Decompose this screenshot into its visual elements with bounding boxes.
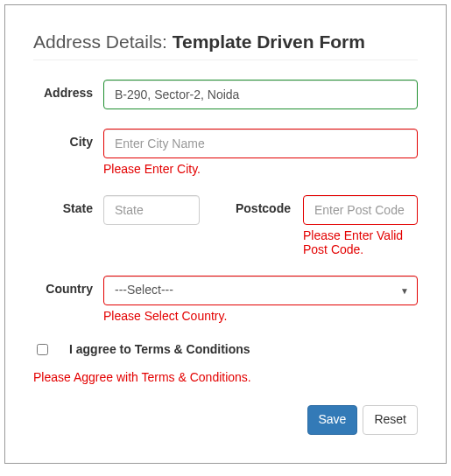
label-address: Address bbox=[33, 80, 103, 100]
form-panel: Address Details: Template Driven Form Ad… bbox=[4, 4, 447, 464]
label-terms: I aggree to Terms & Conditions bbox=[69, 342, 250, 356]
city-input[interactable] bbox=[103, 129, 418, 158]
title-bold: Template Driven Form bbox=[173, 32, 365, 52]
label-postcode: Postcode bbox=[200, 195, 303, 215]
row-terms: I aggree to Terms & Conditions bbox=[33, 342, 418, 356]
row-address: Address bbox=[33, 80, 418, 109]
terms-checkbox[interactable] bbox=[37, 344, 48, 355]
postcode-input[interactable] bbox=[303, 195, 418, 225]
label-state: State bbox=[33, 195, 103, 215]
error-terms: Please Aggree with Terms & Conditions. bbox=[33, 370, 418, 384]
row-state-postcode: State Postcode Please Enter Valid Post C… bbox=[33, 195, 418, 256]
country-select[interactable]: ---Select--- bbox=[103, 276, 418, 305]
page-title: Address Details: Template Driven Form bbox=[33, 32, 418, 52]
address-input[interactable] bbox=[103, 80, 418, 109]
state-input[interactable] bbox=[103, 195, 200, 225]
error-country: Please Select Country. bbox=[103, 309, 418, 323]
label-country: Country bbox=[33, 276, 103, 296]
error-postcode: Please Enter Valid Post Code. bbox=[303, 228, 418, 256]
button-row: Save Reset bbox=[33, 405, 418, 435]
row-city: City Please Enter City. bbox=[33, 129, 418, 176]
title-prefix: Address Details: bbox=[33, 32, 173, 52]
error-city: Please Enter City. bbox=[103, 162, 418, 176]
divider bbox=[33, 60, 418, 60]
reset-button[interactable]: Reset bbox=[363, 405, 418, 435]
row-country: Country ---Select--- ▼ Please Select Cou… bbox=[33, 276, 418, 323]
label-city: City bbox=[33, 129, 103, 149]
save-button[interactable]: Save bbox=[307, 405, 358, 435]
